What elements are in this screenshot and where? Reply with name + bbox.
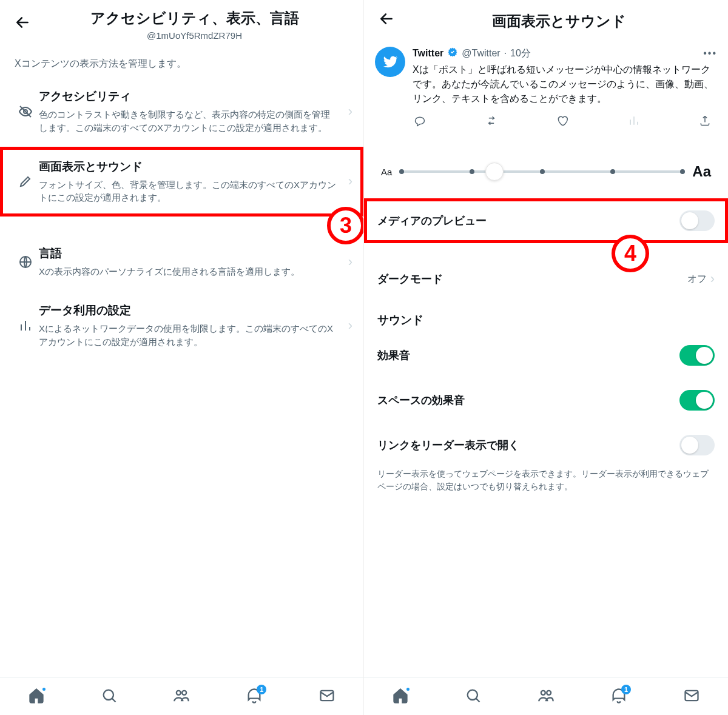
setting-label: スペースの効果音	[377, 393, 465, 408]
username: @1mUoYf5RmdZR79H	[35, 30, 354, 41]
tweet-author: Twitter	[413, 48, 443, 59]
analytics-icon[interactable]	[628, 115, 640, 129]
page-title: 画面表示とサウンド	[399, 12, 718, 31]
chevron-right-icon: ›	[710, 271, 715, 287]
row-sub: Xの表示内容のパーソナライズに使用される言語を適用します。	[39, 265, 339, 278]
svg-point-2	[103, 690, 113, 699]
section-sound: サウンド	[364, 299, 728, 333]
globe-icon	[12, 255, 39, 269]
nav-display-sound[interactable]: 画面表示とサウンド フォントサイズ、色、背景を管理します。この端末のすべてのXア…	[0, 147, 363, 217]
row-title: 言語	[39, 246, 339, 261]
page-title: アクセシビリティ、表示、言語	[35, 8, 354, 28]
notification-badge: 1	[257, 685, 266, 694]
tab-messages[interactable]	[683, 687, 700, 707]
svg-point-4	[183, 690, 187, 694]
retweet-icon[interactable]	[485, 115, 497, 129]
svg-point-3	[177, 690, 181, 694]
page-description: Xコンテンツの表示方法を管理します。	[0, 45, 363, 76]
font-size-large-label: Aa	[692, 163, 711, 180]
tab-communities[interactable]	[173, 687, 190, 707]
verified-icon	[447, 47, 458, 60]
svg-point-7	[541, 690, 545, 694]
setting-dark-mode[interactable]: ダークモード オフ›	[364, 259, 728, 299]
row-title: 画面表示とサウンド	[39, 159, 339, 175]
toggle-media-preview[interactable]	[679, 210, 715, 231]
svg-point-6	[468, 690, 477, 699]
chevron-right-icon: ›	[342, 318, 359, 334]
row-sub: Xによるネットワークデータの使用を制限します。この端末のすべてのXアカウントにこ…	[39, 322, 339, 349]
tabbar-right: 1	[364, 677, 728, 715]
pencil-icon	[12, 174, 39, 189]
tweet-time: 10分	[510, 47, 531, 60]
bars-icon	[12, 318, 39, 333]
tab-search[interactable]	[101, 687, 118, 707]
nav-languages[interactable]: 言語 Xの表示内容のパーソナライズに使用される言語を適用します。 ›	[0, 233, 363, 290]
setting-label: 効果音	[377, 348, 410, 363]
toggle-sound-effects[interactable]	[679, 345, 715, 366]
row-title: アクセシビリティ	[39, 89, 339, 104]
slider-thumb[interactable]	[485, 163, 504, 181]
tab-notifications[interactable]: 1	[246, 687, 263, 707]
tab-messages[interactable]	[318, 687, 335, 707]
chevron-right-icon: ›	[342, 104, 359, 119]
tab-home[interactable]	[392, 687, 409, 707]
back-button[interactable]	[374, 8, 399, 33]
back-button[interactable]	[10, 12, 35, 37]
font-size-slider[interactable]: Aa Aa	[364, 140, 728, 198]
setting-sub: リーダー表示を使ってウェブページを表示できます。リーダー表示が利用できるウェブペ…	[364, 468, 728, 503]
row-sub: 色のコントラストや動きを制限するなど、表示内容の特定の側面を管理します。この端末…	[39, 108, 339, 135]
setting-label: リンクをリーダー表示で開く	[377, 438, 519, 452]
setting-value: オフ	[687, 273, 707, 286]
eye-off-icon	[12, 104, 39, 119]
nav-accessibility[interactable]: アクセシビリティ 色のコントラストや動きを制限するなど、表示内容の特定の側面を管…	[0, 76, 363, 147]
tweet-text: Xは「ポスト」と呼ばれる短いメッセージが中心の情報ネットワークです。あなたが今読…	[413, 62, 717, 106]
notification-badge: 1	[621, 685, 631, 694]
share-icon[interactable]	[699, 115, 711, 129]
toggle-spaces-sounds[interactable]	[679, 390, 715, 411]
more-icon[interactable]: •••	[703, 48, 717, 59]
reply-icon[interactable]	[414, 115, 426, 129]
like-icon[interactable]	[556, 115, 568, 129]
tab-notifications[interactable]: 1	[610, 687, 627, 707]
font-size-small-label: Aa	[381, 167, 392, 177]
tab-search[interactable]	[465, 687, 482, 707]
header-right: 画面表示とサウンド	[364, 0, 728, 38]
tab-home[interactable]	[28, 687, 45, 707]
setting-label: メディアのプレビュー	[377, 213, 487, 228]
callout-4: 4	[612, 235, 649, 272]
header-left: アクセシビリティ、表示、言語 @1mUoYf5RmdZR79H	[0, 0, 363, 45]
setting-spaces-sounds[interactable]: スペースの効果音	[364, 378, 728, 423]
toggle-reader-view[interactable]	[679, 435, 715, 455]
chevron-right-icon: ›	[342, 254, 359, 270]
svg-point-8	[547, 690, 551, 694]
tweet-handle: @Twitter	[462, 48, 500, 59]
setting-media-preview[interactable]: メディアのプレビュー 4	[364, 198, 728, 243]
avatar	[375, 47, 405, 77]
row-sub: フォントサイズ、色、背景を管理します。この端末のすべてのXアカウントにこの設定が…	[39, 178, 339, 205]
setting-sound-effects[interactable]: 効果音	[364, 333, 728, 378]
callout-3: 3	[327, 207, 364, 244]
row-title: データ利用の設定	[39, 303, 339, 318]
setting-reader-view[interactable]: リンクをリーダー表示で開く	[364, 423, 728, 468]
tab-communities[interactable]	[538, 687, 554, 707]
chevron-right-icon: ›	[342, 173, 359, 189]
tabbar-left: 1	[0, 677, 363, 715]
setting-label: ダークモード	[377, 272, 443, 286]
nav-data-usage[interactable]: データ利用の設定 Xによるネットワークデータの使用を制限します。この端末のすべて…	[0, 290, 363, 361]
sample-tweet: Twitter @Twitter · 10分 ••• Xは「ポスト」と呼ばれる短…	[364, 38, 728, 140]
